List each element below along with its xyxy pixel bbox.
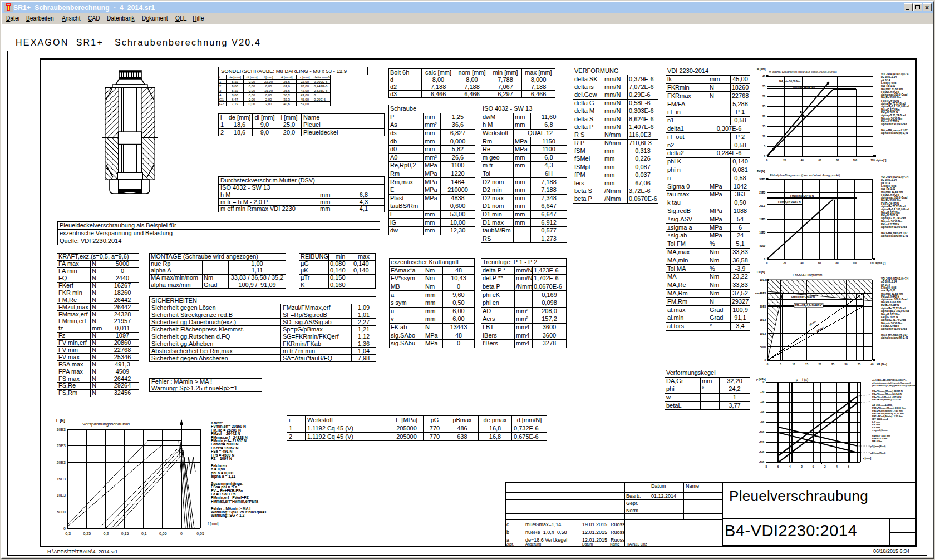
svg-text:15: 15 [762, 125, 766, 128]
svg-text:FB+FKerf,(Mmax) 25752 N: FB+FKerf,(Mmax) 25752 N [872, 398, 901, 401]
svg-text:FM [N]: FM [N] [757, 271, 765, 274]
svg-text:VDI 2414 (HD4/3.0)=7.4: VDI 2414 (HD4/3.0)=7.4 [881, 176, 909, 179]
svg-text:MA,s-MA,max,erf 1,07: MA,s-MA,max,erf 1,07 [881, 334, 908, 336]
svg-text:40: 40 [762, 75, 766, 78]
svg-text:120: 120 [870, 262, 874, 265]
svg-text:30: 30 [762, 95, 766, 98]
svg-text:60: 60 [818, 262, 821, 265]
svg-text:5: 5 [780, 363, 781, 366]
svg-text:MA,min 36,58 Nm: MA,min 36,58 Nm [881, 220, 902, 223]
svg-text:5000: 5000 [57, 510, 66, 514]
svg-text:p2(x)max(Rand): p2(x)max(Rand) [870, 452, 886, 454]
svg-text:alpha Re 73,72 Grad: alpha Re 73,72 Grad [881, 307, 906, 310]
svg-text:alpha a = 1,11: alpha a = 1,11 [211, 474, 235, 479]
svg-text:alpha max 100,9 Grad: alpha max 100,9 Grad [881, 93, 907, 96]
svg-text:alpha µG 23,74 Grad: alpha µG 23,74 Grad [881, 319, 906, 321]
svg-text:0: 0 [813, 465, 814, 468]
svg-text:µK 0,14: µK 0,14 [881, 79, 890, 82]
svg-text:30E3: 30E3 [57, 428, 66, 432]
svg-text:alpha lose/anz(M) 3,41: alpha lose/anz(M) 3,41 [881, 132, 908, 135]
svg-text:FMzul,max 26442 N: FMzul,max 26442 N [791, 296, 815, 299]
svg-text:80: 80 [836, 159, 839, 162]
svg-text:nue Rp 1,00: nue Rp 1,00 [881, 187, 895, 190]
svg-text:alpha lose/anz(M) 3,41: alpha lose/anz(M) 3,41 [881, 235, 908, 237]
svg-text:100: 100 [853, 262, 857, 265]
svg-text:15E3: 15E3 [760, 319, 766, 321]
svg-text:FMzul,Rp0,2=26442 N*: FMzul,Rp0,2=26442 N* [795, 304, 823, 307]
svg-text:-160: -160 [759, 461, 765, 464]
svg-text:-100: -100 [759, 431, 765, 434]
svg-text:alpha min 91,09 Grad: alpha min 91,09 Grad [881, 328, 907, 330]
svg-text:alpha min 91,09 Grad: alpha min 91,09 Grad [881, 123, 907, 126]
svg-text:-2: -2 [800, 465, 803, 468]
svg-text:100: 100 [853, 159, 857, 162]
svg-text:0: 0 [764, 359, 766, 362]
svg-text:FM [N]: FM [N] [757, 170, 765, 173]
svg-text:MA,µG 8,72 Nm: MA,µG 8,72 Nm [881, 313, 900, 316]
svg-text:-0,2: -0,2 [102, 532, 109, 536]
svg-text:FM,µG 7023 N: FM,µG 7023 N [881, 214, 898, 217]
svg-text:E Mx(H) 0,08: E Mx(H) 0,08 [881, 185, 897, 187]
svg-text:µGmin: µGmin [809, 320, 817, 326]
svg-text:0: 0 [180, 532, 183, 536]
svg-text:-8: -8 [765, 465, 767, 468]
svg-text:(FV+FAmax*(1-phi)),(B/I&#180;): (FV+FAmax*(1-phi)),(B/I&#180;)*x(Rand) [872, 384, 917, 387]
svg-text:80: 80 [835, 262, 839, 265]
svg-text:30: 30 [844, 363, 848, 366]
svg-text:MA,µG 8,72 Nm: MA,µG 8,72 Nm [881, 108, 900, 111]
svg-text:µK 0,14: µK 0,14 [881, 182, 890, 185]
svg-text:F [N]: F [N] [56, 418, 65, 423]
svg-text:Verspannungsschaubild: Verspannungsschaubild [82, 422, 130, 427]
svg-text:p [MPa]: p [MPa] [756, 378, 766, 381]
svg-text:MA,s-MA,max,erf 1,07: MA,s-MA,max,erf 1,07 [881, 129, 908, 132]
svg-text:FM,Re: FM,Re [755, 292, 762, 295]
svg-text:MA,µG 8,72 Nm: MA,µG 8,72 Nm [881, 211, 900, 214]
svg-text:MB 0 Nm: MB 0 Nm [872, 440, 882, 443]
svg-text:nue Rp 1,00: nue Rp 1,00 [881, 85, 895, 87]
svg-text:20: 20 [818, 363, 821, 366]
svg-text:30E3: 30E3 [760, 279, 766, 281]
svg-text:p1(x)max(Rand): p1(x)max(Rand) [870, 445, 886, 448]
svg-text:FM,zul 26442 N: FM,zul 26442 N [881, 295, 900, 298]
svg-text:0: 0 [762, 381, 764, 384]
svg-text:MA,Re 33,83 Nm: MA,Re 33,83 Nm [881, 199, 901, 202]
svg-text:20E3: 20E3 [760, 305, 766, 308]
svg-text:FM,zul 22768 N: FM,zul 22768 N [881, 325, 900, 328]
svg-text:2: 2 [824, 465, 826, 468]
svg-text:0: 0 [764, 155, 765, 158]
svg-text:µK 0,14: µK 0,14 [881, 284, 890, 286]
svg-text:µG 0,02..0,14: µG 0,02..0,14 [881, 280, 897, 283]
svg-text:Warnung: SG < 1,2: Warnung: SG < 1,2 [211, 513, 245, 518]
svg-text:MA,min 36,58 Nm: MA,min 36,58 Nm [881, 117, 902, 120]
svg-text:MA,max 33,83 Nm: MA,max 33,83 Nm [881, 191, 903, 194]
svg-text:10: 10 [792, 363, 795, 366]
svg-text:25E3: 25E3 [57, 444, 66, 448]
svg-text:-60: -60 [760, 411, 764, 414]
svg-text:0: 0 [766, 159, 768, 162]
svg-text:0: 0 [63, 527, 66, 531]
svg-text:-140: -140 [759, 451, 765, 454]
svg-text:MA,max 33,83 Nm: MA,max 33,83 Nm [881, 293, 903, 295]
svg-text:FM-alpha-Diagramm (bez.auf ela: FM-alpha-Diagramm (bez.auf elast.Ausg.pu… [770, 174, 840, 177]
svg-text:FM,zul 22768 N: FM,zul 22768 N [881, 120, 900, 123]
svg-text:-120: -120 [759, 441, 765, 444]
svg-text:FM-MA-Diagramm: FM-MA-Diagramm [793, 273, 822, 277]
svg-text:MA,min 36,58 Nm: MA,min 36,58 Nm [881, 322, 902, 325]
svg-text:alpha lose/anz(M) 3,41: alpha lose/anz(M) 3,41 [881, 336, 908, 339]
svg-text:60: 60 [818, 159, 821, 162]
svg-text:MA,s-MA,max,erf 1,07: MA,s-MA,max,erf 1,07 [881, 232, 908, 235]
svg-text:6: 6 [848, 465, 850, 468]
svg-text:5: 5 [764, 145, 765, 148]
svg-text:0: 0 [764, 258, 765, 261]
svg-text:15E3: 15E3 [57, 477, 66, 481]
svg-text:M-alpha-Diagramm (bez.auf elas: M-alpha-Diagramm (bez.auf elast.Ausg.pun… [769, 70, 837, 73]
svg-text:-0,1: -0,1 [140, 532, 147, 536]
svg-text:FM,zul 26442 N: FM,zul 26442 N [881, 91, 900, 93]
svg-text:alpha Rp0,2 100,9 Grad: alpha Rp0,2 100,9 Grad [881, 105, 909, 108]
svg-text:p = f (x): p = f (x) [796, 378, 808, 382]
svg-text:FM,Re 26442 N: FM,Re 26442 N [881, 100, 899, 102]
svg-text:20E3: 20E3 [57, 460, 66, 464]
svg-text:-0,25: -0,25 [82, 532, 91, 536]
svg-text:20: 20 [783, 159, 786, 162]
svg-text:5000: 5000 [760, 346, 766, 349]
